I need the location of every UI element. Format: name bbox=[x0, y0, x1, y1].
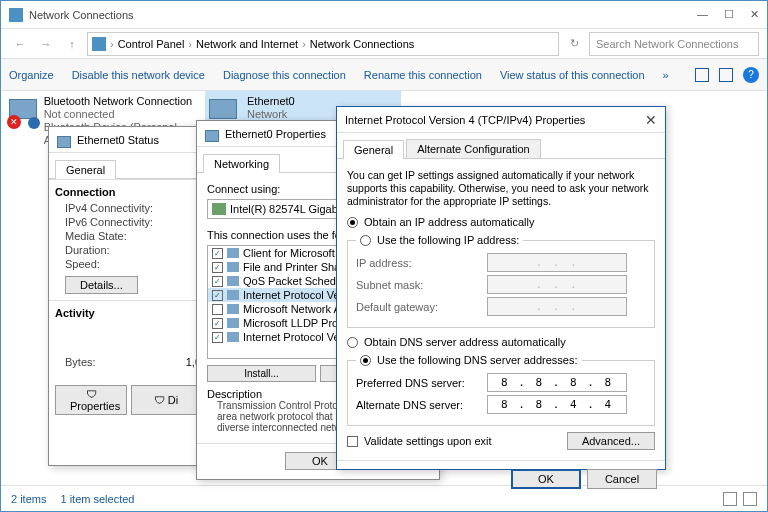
ipv6-connectivity-label: IPv6 Connectivity: bbox=[65, 216, 201, 228]
minimize-button[interactable]: — bbox=[697, 8, 708, 21]
dialog-title: Ethernet0 Status bbox=[77, 134, 199, 146]
properties-button[interactable]: 🛡 Properties bbox=[55, 385, 127, 415]
help-icon[interactable]: ? bbox=[743, 67, 759, 83]
install-button[interactable]: Install... bbox=[207, 365, 316, 382]
toolbar: Organize Disable this network device Dia… bbox=[1, 59, 767, 91]
bytes-label: Bytes: bbox=[65, 356, 96, 368]
media-state-label: Media State: bbox=[65, 230, 201, 242]
validate-label: Validate settings upon exit bbox=[364, 435, 492, 447]
nic-icon bbox=[212, 203, 226, 215]
chevron-right-icon: › bbox=[188, 38, 192, 50]
alternate-dns-field[interactable]: 8 . 8 . 4 . 4 bbox=[487, 395, 627, 414]
protocol-icon bbox=[227, 304, 239, 314]
view-status-action[interactable]: View status of this connection bbox=[500, 69, 645, 81]
ip-address-field: . . . bbox=[487, 253, 627, 272]
tab-general[interactable]: General bbox=[55, 160, 116, 179]
icons-view-button[interactable] bbox=[743, 492, 757, 506]
breadcrumb-control-panel[interactable]: Control Panel bbox=[118, 38, 185, 50]
window-title: Network Connections bbox=[29, 9, 697, 21]
view-options-button[interactable] bbox=[695, 68, 709, 82]
checkbox[interactable]: ✓ bbox=[212, 318, 223, 329]
activity-heading: Activity bbox=[55, 307, 201, 319]
tab-alternate-configuration[interactable]: Alternate Configuration bbox=[406, 139, 541, 158]
gateway-field: . . . bbox=[487, 297, 627, 316]
diagnose-action[interactable]: Diagnose this connection bbox=[223, 69, 346, 81]
chevron-right-icon: › bbox=[302, 38, 306, 50]
titlebar: Network Connections — ☐ ✕ bbox=[1, 1, 767, 29]
breadcrumb-network-internet[interactable]: Network and Internet bbox=[196, 38, 298, 50]
details-button[interactable]: Details... bbox=[65, 276, 138, 294]
network-adapter-icon bbox=[209, 99, 237, 119]
service-icon bbox=[227, 276, 239, 286]
ok-button[interactable]: OK bbox=[511, 469, 581, 489]
preview-pane-button[interactable] bbox=[719, 68, 733, 82]
bluetooth-icon bbox=[28, 117, 40, 129]
ethernet-status-dialog: Ethernet0 Status General Connection IPv4… bbox=[48, 126, 208, 466]
breadcrumb[interactable]: › Control Panel › Network and Internet ›… bbox=[87, 32, 559, 56]
checkbox[interactable]: ✓ bbox=[212, 262, 223, 273]
checkbox[interactable] bbox=[212, 304, 223, 315]
checkbox[interactable]: ✓ bbox=[212, 248, 223, 259]
item-count: 2 items bbox=[11, 493, 46, 505]
close-icon[interactable]: ✕ bbox=[645, 112, 657, 128]
tab-general[interactable]: General bbox=[343, 140, 404, 159]
speed-label: Speed: bbox=[65, 258, 201, 270]
client-icon bbox=[227, 248, 239, 258]
checkbox[interactable]: ✓ bbox=[212, 276, 223, 287]
preferred-dns-field[interactable]: 8 . 8 . 8 . 8 bbox=[487, 373, 627, 392]
details-view-button[interactable] bbox=[723, 492, 737, 506]
network-icon bbox=[92, 37, 106, 51]
search-input[interactable]: Search Network Connections bbox=[589, 32, 759, 56]
subnet-label: Subnet mask: bbox=[356, 279, 481, 291]
rename-action[interactable]: Rename this connection bbox=[364, 69, 482, 81]
ip-manual-radio[interactable] bbox=[360, 235, 371, 246]
refresh-button[interactable]: ↻ bbox=[563, 33, 585, 55]
dialog-title: Internet Protocol Version 4 (TCP/IPv4) P… bbox=[345, 114, 645, 126]
maximize-button[interactable]: ☐ bbox=[724, 8, 734, 21]
ip-auto-radio[interactable] bbox=[347, 217, 358, 228]
ip-manual-label: Use the following IP address: bbox=[377, 234, 519, 246]
disable-device-action[interactable]: Disable this network device bbox=[72, 69, 205, 81]
tab-networking[interactable]: Networking bbox=[203, 154, 280, 173]
subnet-field: . . . bbox=[487, 275, 627, 294]
dns-auto-radio[interactable] bbox=[347, 337, 358, 348]
dns-manual-label: Use the following DNS server addresses: bbox=[377, 354, 578, 366]
network-adapter-icon bbox=[57, 136, 71, 148]
service-icon bbox=[227, 262, 239, 272]
ip-auto-label: Obtain an IP address automatically bbox=[364, 216, 534, 228]
alternate-dns-label: Alternate DNS server: bbox=[356, 399, 481, 411]
protocol-icon bbox=[227, 332, 239, 342]
more-actions[interactable]: » bbox=[663, 69, 669, 81]
advanced-button[interactable]: Advanced... bbox=[567, 432, 655, 450]
ipv4-connectivity-label: IPv4 Connectivity: bbox=[65, 202, 201, 214]
network-icon bbox=[9, 8, 23, 22]
disconnected-icon: ✕ bbox=[7, 115, 21, 129]
gateway-label: Default gateway: bbox=[356, 301, 481, 313]
connection-status: Not connected bbox=[44, 108, 197, 121]
validate-checkbox[interactable] bbox=[347, 436, 358, 447]
chevron-right-icon: › bbox=[110, 38, 114, 50]
protocol-icon bbox=[227, 318, 239, 328]
checkbox[interactable]: ✓ bbox=[212, 290, 223, 301]
selection-count: 1 item selected bbox=[60, 493, 134, 505]
ip-address-label: IP address: bbox=[356, 257, 481, 269]
organize-menu[interactable]: Organize bbox=[9, 69, 54, 81]
info-text: You can get IP settings assigned automat… bbox=[347, 169, 655, 208]
back-button[interactable]: ← bbox=[9, 33, 31, 55]
dns-auto-label: Obtain DNS server address automatically bbox=[364, 336, 566, 348]
preferred-dns-label: Preferred DNS server: bbox=[356, 377, 481, 389]
ipv4-properties-dialog: Internet Protocol Version 4 (TCP/IPv4) P… bbox=[336, 106, 666, 470]
duration-label: Duration: bbox=[65, 244, 201, 256]
breadcrumb-network-connections[interactable]: Network Connections bbox=[310, 38, 415, 50]
checkbox[interactable]: ✓ bbox=[212, 332, 223, 343]
up-button[interactable]: ↑ bbox=[61, 33, 83, 55]
forward-button[interactable]: → bbox=[35, 33, 57, 55]
protocol-icon bbox=[227, 290, 239, 300]
cancel-button[interactable]: Cancel bbox=[587, 469, 657, 489]
network-adapter-icon bbox=[205, 130, 219, 142]
connection-heading: Connection bbox=[55, 186, 201, 198]
disable-button[interactable]: 🛡 Di bbox=[131, 385, 201, 415]
dns-manual-radio[interactable] bbox=[360, 355, 371, 366]
address-bar: ← → ↑ › Control Panel › Network and Inte… bbox=[1, 29, 767, 59]
close-button[interactable]: ✕ bbox=[750, 8, 759, 21]
